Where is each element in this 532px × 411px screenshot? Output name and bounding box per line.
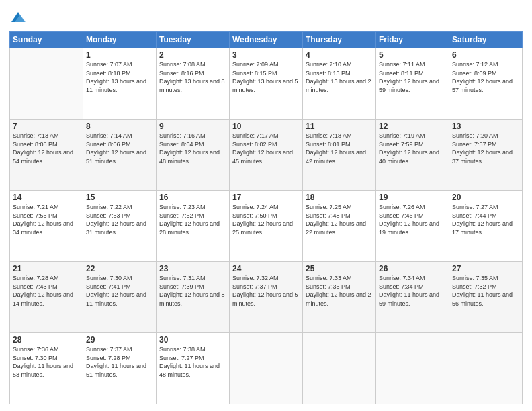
day-info: Sunrise: 7:10 AMSunset: 8:13 PMDaylight:… <box>306 60 373 94</box>
day-number: 22 <box>86 264 153 273</box>
day-number: 8 <box>86 122 153 131</box>
calendar-week-5: 28Sunrise: 7:36 AMSunset: 7:30 PMDayligh… <box>10 333 523 404</box>
calendar-day: 27Sunrise: 7:35 AMSunset: 7:32 PMDayligh… <box>449 262 523 333</box>
calendar-day: 8Sunrise: 7:14 AMSunset: 8:06 PMDaylight… <box>83 120 157 191</box>
calendar-day: 23Sunrise: 7:31 AMSunset: 7:39 PMDayligh… <box>157 262 230 333</box>
calendar-day: 14Sunrise: 7:21 AMSunset: 7:55 PMDayligh… <box>10 191 83 262</box>
day-number: 2 <box>159 50 226 60</box>
day-info: Sunrise: 7:37 AMSunset: 7:28 PMDaylight:… <box>86 345 153 379</box>
day-number: 19 <box>379 193 446 202</box>
day-info: Sunrise: 7:31 AMSunset: 7:39 PMDaylight:… <box>159 274 226 308</box>
day-number: 27 <box>452 264 519 273</box>
calendar-day: 12Sunrise: 7:19 AMSunset: 7:59 PMDayligh… <box>376 120 449 191</box>
day-info: Sunrise: 7:28 AMSunset: 7:43 PMDaylight:… <box>13 274 80 308</box>
day-info: Sunrise: 7:25 AMSunset: 7:48 PMDaylight:… <box>306 203 373 236</box>
day-info: Sunrise: 7:21 AMSunset: 7:55 PMDaylight:… <box>13 203 80 236</box>
logo-icon <box>11 9 26 24</box>
calendar-day: 25Sunrise: 7:33 AMSunset: 7:35 PMDayligh… <box>303 262 376 333</box>
day-info: Sunrise: 7:27 AMSunset: 7:44 PMDaylight:… <box>452 203 519 236</box>
calendar-day: 5Sunrise: 7:11 AMSunset: 8:11 PMDaylight… <box>376 48 449 120</box>
day-number: 15 <box>86 193 153 202</box>
day-info: Sunrise: 7:12 AMSunset: 8:09 PMDaylight:… <box>452 60 519 94</box>
day-info: Sunrise: 7:08 AMSunset: 8:16 PMDaylight:… <box>159 60 226 94</box>
day-info: Sunrise: 7:18 AMSunset: 8:01 PMDaylight:… <box>306 132 373 165</box>
day-info: Sunrise: 7:20 AMSunset: 7:57 PMDaylight:… <box>452 132 519 165</box>
calendar-day: 29Sunrise: 7:37 AMSunset: 7:28 PMDayligh… <box>83 333 157 404</box>
day-number: 24 <box>232 264 300 273</box>
calendar-header-thursday: Thursday <box>303 32 376 48</box>
calendar-header-tuesday: Tuesday <box>157 32 230 48</box>
calendar-day: 30Sunrise: 7:38 AMSunset: 7:27 PMDayligh… <box>157 333 230 404</box>
calendar-week-1: 1Sunrise: 7:07 AMSunset: 8:18 PMDaylight… <box>10 48 523 120</box>
day-number: 26 <box>379 264 446 273</box>
day-number: 16 <box>159 193 226 202</box>
day-info: Sunrise: 7:22 AMSunset: 7:53 PMDaylight:… <box>86 203 153 236</box>
calendar-day <box>376 333 449 404</box>
calendar: SundayMondayTuesdayWednesdayThursdayFrid… <box>9 31 523 404</box>
header <box>9 7 523 27</box>
calendar-day: 20Sunrise: 7:27 AMSunset: 7:44 PMDayligh… <box>449 191 523 262</box>
day-number: 9 <box>159 122 226 131</box>
page: SundayMondayTuesdayWednesdayThursdayFrid… <box>0 0 532 411</box>
calendar-day: 6Sunrise: 7:12 AMSunset: 8:09 PMDaylight… <box>449 48 523 120</box>
calendar-day: 2Sunrise: 7:08 AMSunset: 8:16 PMDaylight… <box>157 48 230 120</box>
calendar-day <box>10 48 83 120</box>
day-number: 18 <box>306 193 373 202</box>
day-number: 28 <box>13 335 80 345</box>
day-info: Sunrise: 7:17 AMSunset: 8:02 PMDaylight:… <box>232 132 300 165</box>
calendar-day: 16Sunrise: 7:23 AMSunset: 7:52 PMDayligh… <box>157 191 230 262</box>
day-info: Sunrise: 7:38 AMSunset: 7:27 PMDaylight:… <box>159 345 226 379</box>
calendar-day: 13Sunrise: 7:20 AMSunset: 7:57 PMDayligh… <box>449 120 523 191</box>
day-number: 29 <box>86 335 153 345</box>
calendar-day: 10Sunrise: 7:17 AMSunset: 8:02 PMDayligh… <box>230 120 303 191</box>
day-info: Sunrise: 7:19 AMSunset: 7:59 PMDaylight:… <box>379 132 446 165</box>
calendar-day: 11Sunrise: 7:18 AMSunset: 8:01 PMDayligh… <box>303 120 376 191</box>
calendar-week-2: 7Sunrise: 7:13 AMSunset: 8:08 PMDaylight… <box>10 120 523 191</box>
day-number: 4 <box>306 50 373 60</box>
day-number: 12 <box>379 122 446 131</box>
day-number: 14 <box>13 193 80 202</box>
day-info: Sunrise: 7:11 AMSunset: 8:11 PMDaylight:… <box>379 60 446 94</box>
day-info: Sunrise: 7:14 AMSunset: 8:06 PMDaylight:… <box>86 132 153 165</box>
day-number: 3 <box>232 50 300 60</box>
calendar-day: 28Sunrise: 7:36 AMSunset: 7:30 PMDayligh… <box>10 333 83 404</box>
calendar-day <box>449 333 523 404</box>
logo <box>9 9 26 27</box>
calendar-day: 1Sunrise: 7:07 AMSunset: 8:18 PMDaylight… <box>83 48 157 120</box>
day-info: Sunrise: 7:34 AMSunset: 7:34 PMDaylight:… <box>379 274 446 308</box>
day-info: Sunrise: 7:33 AMSunset: 7:35 PMDaylight:… <box>306 274 373 308</box>
calendar-header-friday: Friday <box>376 32 449 48</box>
calendar-header-monday: Monday <box>83 32 157 48</box>
calendar-day <box>303 333 376 404</box>
day-info: Sunrise: 7:07 AMSunset: 8:18 PMDaylight:… <box>86 60 153 94</box>
calendar-day: 21Sunrise: 7:28 AMSunset: 7:43 PMDayligh… <box>10 262 83 333</box>
day-number: 6 <box>452 50 519 60</box>
day-info: Sunrise: 7:26 AMSunset: 7:46 PMDaylight:… <box>379 203 446 236</box>
day-number: 21 <box>13 264 80 273</box>
day-info: Sunrise: 7:16 AMSunset: 8:04 PMDaylight:… <box>159 132 226 165</box>
calendar-week-3: 14Sunrise: 7:21 AMSunset: 7:55 PMDayligh… <box>10 191 523 262</box>
calendar-header-wednesday: Wednesday <box>230 32 303 48</box>
calendar-week-4: 21Sunrise: 7:28 AMSunset: 7:43 PMDayligh… <box>10 262 523 333</box>
calendar-header-row: SundayMondayTuesdayWednesdayThursdayFrid… <box>10 32 523 48</box>
calendar-header-sunday: Sunday <box>10 32 83 48</box>
calendar-day: 15Sunrise: 7:22 AMSunset: 7:53 PMDayligh… <box>83 191 157 262</box>
calendar-day: 17Sunrise: 7:24 AMSunset: 7:50 PMDayligh… <box>230 191 303 262</box>
day-info: Sunrise: 7:32 AMSunset: 7:37 PMDaylight:… <box>232 274 300 308</box>
calendar-day: 3Sunrise: 7:09 AMSunset: 8:15 PMDaylight… <box>230 48 303 120</box>
day-info: Sunrise: 7:23 AMSunset: 7:52 PMDaylight:… <box>159 203 226 236</box>
day-number: 5 <box>379 50 446 60</box>
calendar-day <box>230 333 303 404</box>
day-info: Sunrise: 7:13 AMSunset: 8:08 PMDaylight:… <box>13 132 80 165</box>
calendar-day: 19Sunrise: 7:26 AMSunset: 7:46 PMDayligh… <box>376 191 449 262</box>
calendar-day: 18Sunrise: 7:25 AMSunset: 7:48 PMDayligh… <box>303 191 376 262</box>
day-info: Sunrise: 7:09 AMSunset: 8:15 PMDaylight:… <box>232 60 300 94</box>
calendar-day: 26Sunrise: 7:34 AMSunset: 7:34 PMDayligh… <box>376 262 449 333</box>
calendar-day: 4Sunrise: 7:10 AMSunset: 8:13 PMDaylight… <box>303 48 376 120</box>
calendar-day: 7Sunrise: 7:13 AMSunset: 8:08 PMDaylight… <box>10 120 83 191</box>
day-number: 7 <box>13 122 80 131</box>
day-number: 10 <box>232 122 300 131</box>
day-info: Sunrise: 7:24 AMSunset: 7:50 PMDaylight:… <box>232 203 300 236</box>
day-info: Sunrise: 7:30 AMSunset: 7:41 PMDaylight:… <box>86 274 153 308</box>
day-number: 13 <box>452 122 519 131</box>
